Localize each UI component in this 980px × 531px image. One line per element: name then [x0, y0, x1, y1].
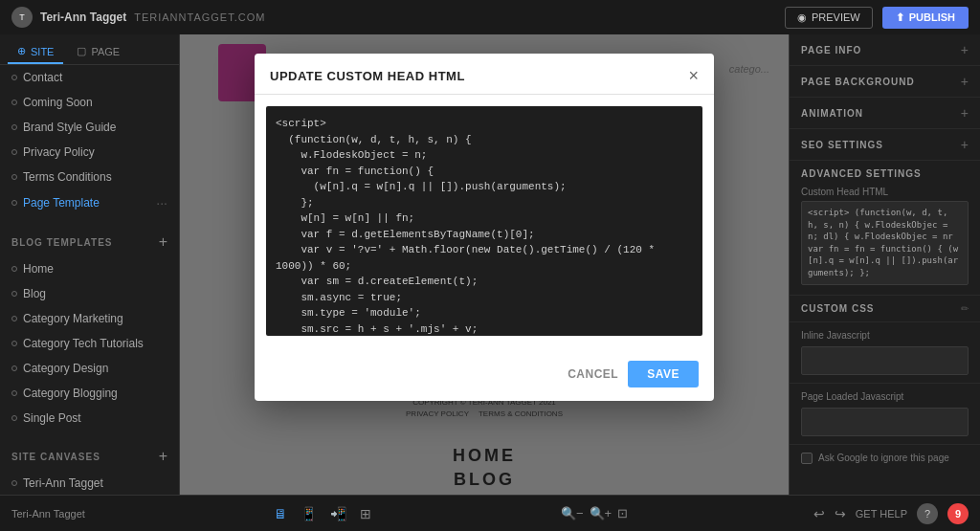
user-url: TERIANNTAGGET.COM — [134, 11, 265, 23]
dot-icon — [11, 124, 17, 130]
sidebar-item-single-post[interactable]: Single Post — [0, 406, 179, 431]
add-blog-template-icon[interactable]: + — [159, 233, 167, 251]
dot-icon — [11, 415, 17, 421]
undo-btn[interactable]: ↩ — [813, 506, 825, 521]
dot-icon — [11, 480, 17, 486]
grid-icon-btn[interactable]: ⊞ — [356, 504, 375, 523]
sidebar-item-teri-canvas[interactable]: Teri-Ann Tagget — [0, 471, 179, 495]
page-loaded-js-area[interactable] — [801, 408, 969, 436]
dot-icon — [11, 149, 17, 155]
sidebar-item-coming-soon[interactable]: Coming Soon — [0, 90, 179, 115]
tablet-icon-btn[interactable]: 📱 — [297, 504, 321, 523]
dot-icon — [11, 200, 17, 206]
modal-close-button[interactable]: × — [688, 67, 699, 84]
pencil-icon: ✏ — [961, 303, 969, 314]
advanced-header[interactable]: ADVANCED SETTINGS — [790, 161, 980, 187]
animation-title: ANIMATION — [801, 108, 863, 119]
blog-templates-title: BLOG TEMPLATES — [11, 237, 112, 248]
zoom-in-btn[interactable]: 🔍+ — [590, 506, 612, 520]
custom-head-label: Custom Head HTML — [801, 187, 969, 197]
top-bar-right: ◉ PREVIEW ⬆ PUBLISH — [785, 7, 969, 29]
sidebar-item-home[interactable]: Home — [0, 256, 179, 281]
right-section-seo: SEO SETTINGS + — [790, 129, 980, 161]
sidebar-item-blog[interactable]: Blog — [0, 281, 179, 306]
right-section-animation: ANIMATION + — [790, 98, 980, 129]
advanced-title: ADVANCED SETTINGS — [801, 168, 922, 179]
custom-head-html-textarea[interactable]: <script> (function(w, d, t, h, s, n) { w… — [266, 106, 702, 336]
plus-icon-3: + — [961, 105, 969, 121]
toolbar-left: Teri-Ann Tagget — [11, 508, 85, 520]
dot-icon — [11, 100, 17, 105]
sidebar-item-contact[interactable]: Contact — [0, 65, 179, 90]
update-custom-head-modal: UPDATE CUSTOM HEAD HTML × <script> (func… — [255, 54, 714, 401]
tab-page[interactable]: ▢ PAGE — [67, 40, 129, 64]
ask-google-checkbox[interactable] — [801, 453, 813, 464]
inline-js-label: Inline Javascript — [801, 330, 969, 341]
sidebar-item-brand-style[interactable]: Brand Style Guide — [0, 115, 179, 140]
seo-header[interactable]: SEO SETTINGS + — [790, 129, 980, 160]
toolbar-center: 🔍− 🔍+ ⊡ — [561, 506, 628, 520]
globe-icon: ⊕ — [17, 45, 26, 57]
ask-google-section: Ask Google to ignore this page — [790, 445, 980, 472]
dot-icon — [11, 341, 17, 346]
sidebar-item-terms[interactable]: Terms Conditions — [0, 165, 179, 189]
advanced-content: Custom Head HTML <script> (function(w, d… — [790, 187, 980, 295]
sidebar-item-category-blogging[interactable]: Category Blogging — [0, 381, 179, 406]
save-button[interactable]: SAVE — [628, 361, 699, 387]
modal-title: UPDATE CUSTOM HEAD HTML — [270, 69, 465, 83]
cancel-button[interactable]: CANCEL — [568, 367, 618, 381]
sidebar-item-privacy[interactable]: Privacy Policy — [0, 140, 179, 165]
plus-icon-4: + — [961, 137, 969, 152]
desktop-icon-btn[interactable]: 🖥 — [270, 504, 291, 523]
preview-button[interactable]: ◉ PREVIEW — [785, 7, 873, 29]
sidebar-item-category-tech[interactable]: Category Tech Tutorials — [0, 331, 179, 356]
dot-icon — [11, 75, 17, 80]
modal-body: <script> (function(w, d, t, h, s, n) { w… — [255, 95, 714, 351]
dot-icon — [11, 291, 17, 297]
modal-overlay: UPDATE CUSTOM HEAD HTML × <script> (func… — [180, 34, 789, 495]
publish-button[interactable]: ⬆ PUBLISH — [882, 7, 969, 29]
user-name: Teri-Ann Tagget — [40, 11, 126, 24]
sidebar-tabs: ⊕ SITE ▢ PAGE — [0, 34, 179, 65]
left-sidebar: ⊕ SITE ▢ PAGE Contact Coming Soon Brand … — [0, 34, 180, 495]
custom-css-title: Custom CSS — [801, 303, 875, 314]
notification-badge: 9 — [947, 503, 969, 524]
bottom-toolbar: Teri-Ann Tagget 🖥 📱 📲 ⊞ 🔍− 🔍+ ⊡ ↩ ↪ GET … — [0, 495, 980, 531]
canvas-area: catego... ✕ COPYRIGHT © TERI-ANN TAGGET … — [180, 34, 789, 495]
dot-icon — [11, 174, 17, 180]
page-bg-title: PAGE BACKGROUND — [801, 77, 915, 87]
top-bar: T Teri-Ann Tagget TERIANNTAGGET.COM ◉ PR… — [0, 0, 980, 34]
right-section-page-bg: PAGE BACKGROUND + — [790, 66, 980, 98]
sidebar-item-page-template[interactable]: Page Template ··· — [0, 189, 179, 216]
inline-js-section: Inline Javascript — [790, 322, 980, 384]
site-canvases-title: SITE CANVASES — [11, 452, 100, 462]
get-help-button[interactable]: GET HELP — [856, 508, 907, 520]
seo-title: SEO SETTINGS — [801, 140, 883, 150]
page-name: Teri-Ann Tagget — [11, 508, 85, 520]
inline-js-area[interactable] — [801, 346, 969, 375]
animation-header[interactable]: ANIMATION + — [790, 98, 980, 128]
mobile-icon-btn[interactable]: 📲 — [326, 504, 350, 523]
zoom-out-btn[interactable]: 🔍− — [561, 506, 584, 520]
right-section-page-info: PAGE INFO + — [790, 34, 980, 66]
page-loaded-js-section: Page Loaded Javascript — [790, 384, 980, 445]
upload-icon: ⬆ — [896, 11, 904, 24]
blog-templates-section: BLOG TEMPLATES + — [0, 224, 179, 256]
modal-footer: CANCEL SAVE — [255, 351, 714, 401]
ask-google-label: Ask Google to ignore this page — [818, 453, 949, 463]
page-bg-header[interactable]: PAGE BACKGROUND + — [790, 66, 980, 97]
dot-icon — [11, 390, 17, 396]
tab-site[interactable]: ⊕ SITE — [8, 40, 63, 64]
sidebar-item-category-marketing[interactable]: Category Marketing — [0, 306, 179, 331]
zoom-fit-btn[interactable]: ⊡ — [617, 506, 628, 520]
dot-icon — [11, 365, 17, 371]
modal-header: UPDATE CUSTOM HEAD HTML × — [255, 54, 714, 95]
redo-btn[interactable]: ↪ — [835, 506, 846, 521]
sidebar-item-category-design[interactable]: Category Design — [0, 356, 179, 381]
page-info-title: PAGE INFO — [801, 45, 861, 55]
add-canvas-icon[interactable]: + — [159, 448, 167, 465]
custom-head-preview: <script> (function(w, d, t, h, s, n) { w… — [801, 201, 969, 285]
page-loaded-js-label: Page Loaded Javascript — [801, 391, 969, 402]
page-info-header[interactable]: PAGE INFO + — [790, 34, 980, 65]
custom-css-section: Custom CSS ✏ — [790, 296, 980, 322]
